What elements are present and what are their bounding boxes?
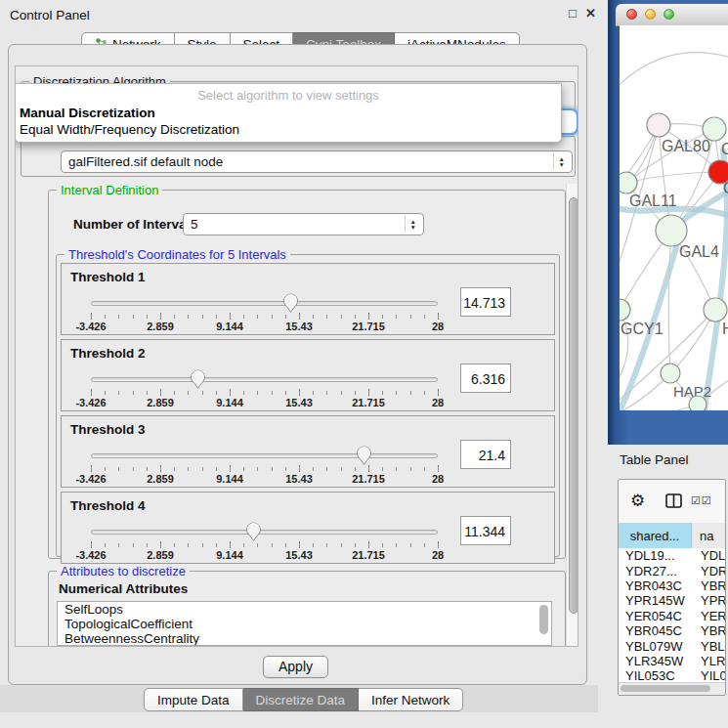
table-row[interactable]: YBL079W YBL0 [619,638,725,653]
slider-thumb[interactable] [356,446,372,466]
table-row[interactable]: YPR145W YPR1 [619,593,725,608]
table-row[interactable]: YBR043C YBR0 [619,578,725,593]
threshold-value-field[interactable]: 14.713 [460,287,511,317]
network-node[interactable] [620,172,637,193]
threshold-slider[interactable]: -3.426 2.859 9.144 15.43 21.715 28 [91,524,438,561]
table-data-combobox[interactable]: galFiltered.sif default node ▲▼ [61,150,573,173]
table-row[interactable]: YIL053C YIL0 [619,668,725,683]
slider-track[interactable] [91,377,438,382]
table-panel-title: Table Panel [620,452,689,467]
network-canvas[interactable]: GAL80GACGAL11GAL4GCY1HHAP2 [620,25,728,410]
table-toolbar: ⚙ ☑☑ [619,480,725,524]
split-columns-icon[interactable] [665,493,682,511]
mac-zoom-icon[interactable] [664,9,674,20]
threshold-slider[interactable]: -3.426 2.859 9.144 15.43 21.715 28 [91,371,438,408]
mac-close-icon[interactable] [626,9,637,20]
table-horizontal-scrollbar[interactable] [619,682,725,695]
slider-thumb[interactable] [245,522,262,542]
network-node-label: GAL80 [662,138,710,154]
threshold-row: Threshold 4 -3.426 2.859 9.144 15.43 [61,492,555,564]
table-row[interactable]: YLR345W YLR3 [619,654,725,668]
table-cell: YLR3 [692,654,725,668]
bottom-tab[interactable]: Infer Network [359,688,463,711]
threshold-slider[interactable]: -3.426 2.859 9.144 15.43 21.715 28 [91,295,438,332]
algorithm-option-list: Manual Discretization Equal Width/Freque… [16,105,561,138]
attributes-groupbox: Attributes to discretize Numerical Attri… [48,571,566,647]
table-cell: YPR145W [619,593,692,608]
table-cell: YER054C [619,609,692,623]
network-window-titlebar[interactable] [616,4,728,26]
table-row[interactable]: YBR045C YBR0 [619,623,725,638]
slider-thumb[interactable] [282,293,299,314]
threshold-label: Threshold 2 [70,346,146,361]
scrollbar-thumb[interactable] [569,197,578,614]
network-view-window[interactable]: GAL80GACGAL11GAL4GCY1HHAP2 [608,0,728,445]
threshold-row: Threshold 3 -3.426 2.859 9.144 15.43 [61,415,555,488]
bottom-tab[interactable]: Impute Data [144,688,243,711]
table-cell: YBR045C [619,623,692,638]
attribute-list-item[interactable]: BetweennessCentrality [58,631,551,646]
apply-button[interactable]: Apply [263,656,328,678]
table-cell: YBL0 [692,639,725,654]
network-node[interactable] [647,113,670,137]
threshold-value-field[interactable]: 21.4 [460,440,511,469]
thresholds-group-title: Threshold's Coordinates for 5 Intervals [64,247,290,262]
spinner-arrows-icon: ▲▼ [405,216,416,232]
float-window-button[interactable]: □ [569,6,577,21]
slider-track[interactable] [91,530,438,535]
slider-track[interactable] [91,301,438,306]
attributes-list-scrollbar[interactable] [539,605,548,634]
settings-vertical-scrollbar[interactable] [566,184,578,647]
slider-track[interactable] [91,453,438,458]
network-node-label: GA [721,141,728,157]
bottom-tab[interactable]: Discretize Data [243,688,360,711]
attributes-group-title: Attributes to discretize [57,564,190,578]
threshold-value-field[interactable]: 11.344 [460,516,511,545]
network-node[interactable] [620,299,630,321]
threshold-slider[interactable]: -3.426 2.859 9.144 15.43 21.715 28 [91,448,438,485]
table-row[interactable]: YER054C YER0 [619,609,725,623]
numerical-attributes-label: Numerical Attributes [59,581,188,596]
network-node[interactable] [661,364,680,383]
thresholds-groupbox: Threshold's Coordinates for 5 Intervals … [56,254,560,557]
table-cell: YLR345W [619,654,692,668]
slider-thumb[interactable] [190,369,206,390]
slider-minor-ticks [91,467,439,471]
node-table: ⚙ ☑☑ shared... na YDL19... YDL1 YDR27...… [618,479,726,696]
table-cell: YBR043C [619,578,692,593]
slider-minor-ticks [91,315,439,319]
algorithm-option[interactable]: Equal Width/Frequency Discretization [16,121,561,138]
attribute-list-item[interactable]: SelfLoops [58,602,551,617]
number-of-intervals-value: 5 [191,217,198,232]
bottom-tab-label: Infer Network [371,693,450,707]
discretize-settings-viewport: Discretization Algorithm Select algorith… [15,65,578,647]
table-column-header[interactable]: shared... [619,523,692,548]
table-panel-header: Table Panel [608,445,728,474]
table-row[interactable]: YDL19... YDL1 [619,548,725,563]
table-cell: YDL19... [619,548,692,563]
table-cell: YBR0 [692,578,725,593]
scrollbar-thumb[interactable] [621,685,710,692]
panel-title: Control Panel [10,8,90,22]
bottom-tab-label: Impute Data [157,693,230,707]
mac-minimize-icon[interactable] [645,9,656,20]
threshold-label: Threshold 3 [70,422,146,437]
network-node[interactable] [704,298,727,321]
network-node[interactable] [689,396,707,410]
table-row[interactable]: YDR27... YDR2 [619,563,725,578]
select-columns-icon[interactable]: ☑☑ [691,494,712,507]
close-panel-button[interactable]: ✕ [585,6,596,21]
network-node[interactable] [703,117,726,141]
threshold-row: Threshold 1 -3.426 2.859 9.144 15.43 [61,263,555,335]
attribute-list-item[interactable]: TopologicalCoefficient [58,617,551,631]
gear-icon[interactable]: ⚙ [630,491,645,511]
number-of-intervals-combobox[interactable]: 5 ▲▼ [183,213,424,236]
network-node[interactable] [656,215,687,246]
table-header-row: shared... na [619,523,725,548]
threshold-label: Threshold 4 [70,498,146,513]
network-node-label: C [723,180,728,196]
table-column-header[interactable]: na [692,523,725,548]
table-cell: YDR27... [619,564,692,578]
algorithm-option[interactable]: Manual Discretization [16,105,561,121]
threshold-value-field[interactable]: 6.316 [460,364,511,393]
